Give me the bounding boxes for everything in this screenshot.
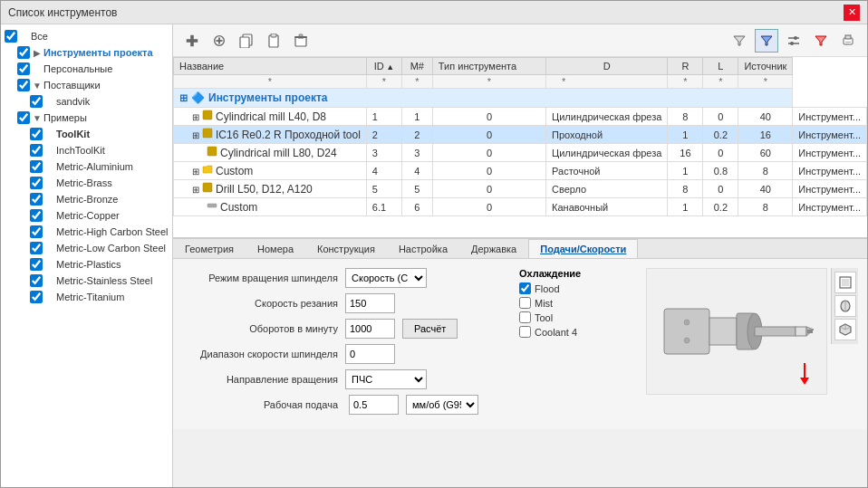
- tree-check-0[interactable]: [5, 30, 17, 43]
- filter-active-button[interactable]: [809, 29, 833, 53]
- tree-expand-3[interactable]: ▼: [32, 80, 43, 91]
- tree-check-5[interactable]: [17, 111, 30, 124]
- filter-type[interactable]: [437, 76, 542, 87]
- table-row[interactable]: Cylindrical mill L80, D24330Цилиндрическ…: [174, 144, 867, 162]
- print-button[interactable]: [836, 29, 860, 53]
- tree-item-0[interactable]: ▶Все: [1, 28, 172, 44]
- tree-item-8[interactable]: ▶Metric-Aluminium: [1, 158, 172, 175]
- tree-check-14[interactable]: [30, 258, 43, 271]
- delete-button[interactable]: [289, 29, 313, 53]
- tree-item-14[interactable]: ▶Metric-Plastics: [1, 256, 172, 273]
- close-button[interactable]: ✕: [844, 5, 860, 21]
- svg-rect-30: [755, 327, 796, 336]
- tree-check-13[interactable]: [30, 242, 43, 254]
- rotation-dir-select[interactable]: ПЧС: [345, 369, 427, 389]
- col-id[interactable]: ID: [366, 58, 401, 75]
- col-type[interactable]: Тип инструмента: [432, 58, 545, 75]
- col-source[interactable]: Источник: [738, 58, 793, 75]
- copy-button[interactable]: [235, 29, 258, 53]
- tab-4[interactable]: Державка: [459, 239, 528, 258]
- tab-0[interactable]: Геометрия: [173, 239, 246, 258]
- view-front-button[interactable]: [834, 272, 856, 293]
- tree-item-6[interactable]: ▶ToolKit: [1, 126, 172, 142]
- view-side-button[interactable]: [834, 295, 856, 317]
- tree-expand-5[interactable]: ▼: [32, 112, 43, 123]
- table-row[interactable]: ⊞Custom440Расточной10.88Инструмент...: [174, 162, 867, 180]
- settings-button[interactable]: [782, 29, 805, 53]
- tree-item-5[interactable]: ▼Примеры: [1, 110, 172, 126]
- table-row[interactable]: ⊞Cylindrical mill L40, D8110Цилиндрическ…: [174, 108, 867, 126]
- tree-check-9[interactable]: [30, 177, 43, 189]
- col-l[interactable]: L: [703, 58, 738, 75]
- col-m[interactable]: M#: [401, 58, 432, 75]
- table-row[interactable]: ⊞IC16 Re0.2 R Проходной tool220Проходной…: [174, 126, 867, 144]
- tree-item-13[interactable]: ▶Metric-Low Carbon Steel: [1, 240, 172, 256]
- tree-item-10[interactable]: ▶Metric-Bronze: [1, 191, 172, 207]
- col-d[interactable]: D: [546, 58, 668, 75]
- rpm-input[interactable]: [345, 319, 395, 339]
- tree-item-2[interactable]: ▶Персональные: [1, 61, 172, 77]
- spindle-range-input[interactable]: [345, 344, 395, 364]
- filter-button1[interactable]: [728, 29, 751, 53]
- tab-1[interactable]: Номера: [246, 239, 305, 258]
- tab-3[interactable]: Настройка: [387, 239, 459, 258]
- tree-check-12[interactable]: [30, 225, 43, 238]
- tree-item-16[interactable]: ▶Metric-Titanium: [1, 289, 172, 305]
- filter-m[interactable]: [406, 76, 429, 87]
- toolbar: [173, 24, 867, 57]
- tree-item-11[interactable]: ▶Metric-Copper: [1, 207, 172, 224]
- tree-item-9[interactable]: ▶Metric-Brass: [1, 175, 172, 191]
- tree-item-4[interactable]: ▶sandvik: [1, 93, 172, 110]
- filter-source[interactable]: [742, 76, 788, 87]
- feed-input[interactable]: [349, 395, 399, 415]
- tree-item-1[interactable]: ▶Инструменты проекта: [1, 44, 172, 61]
- table-row[interactable]: ⊞Drill L50, D12, A120550Сверло8040Инстру…: [174, 180, 867, 198]
- cooling-check-2[interactable]: [519, 311, 531, 323]
- calc-button[interactable]: Расчёт: [402, 319, 458, 339]
- tree-check-6[interactable]: [30, 128, 43, 140]
- tree-check-2[interactable]: [17, 62, 30, 75]
- tree-item-3[interactable]: ▼Поставщики: [1, 77, 172, 93]
- row-expand[interactable]: ⊞: [192, 167, 199, 177]
- filter-name[interactable]: [178, 76, 362, 87]
- group-header-row: ⊞🔷Инструменты проекта: [174, 89, 867, 108]
- filter-d[interactable]: [550, 76, 577, 87]
- tree-check-15[interactable]: [30, 274, 43, 287]
- filter-l[interactable]: [707, 76, 734, 87]
- filter-button2[interactable]: [755, 29, 778, 53]
- paste-button[interactable]: [262, 29, 285, 53]
- cutting-speed-input[interactable]: [345, 293, 395, 313]
- tree-check-7[interactable]: [30, 144, 43, 157]
- tree-check-3[interactable]: [17, 79, 30, 91]
- spindle-mode-select[interactable]: Скорость (С: [345, 268, 427, 288]
- tool-table-container: Название ID M# Тип инструмента D R L Ист…: [173, 57, 867, 238]
- add-tool2-button[interactable]: [207, 29, 231, 53]
- feed-unit-select[interactable]: мм/об (G95: [406, 395, 478, 415]
- tree-item-15[interactable]: ▶Metric-Stainless Steel: [1, 273, 172, 289]
- group-expand[interactable]: ⊞: [179, 92, 188, 103]
- tree-check-4[interactable]: [30, 95, 43, 108]
- tree-expand-1[interactable]: ▶: [32, 47, 43, 58]
- filter-id[interactable]: [371, 76, 398, 87]
- cooling-check-0[interactable]: [519, 282, 531, 294]
- tree-item-12[interactable]: ▶Metric-High Carbon Steel: [1, 224, 172, 240]
- tab-2[interactable]: Конструкция: [305, 239, 387, 258]
- row-expand[interactable]: ⊞: [192, 112, 199, 122]
- tree-check-11[interactable]: [30, 209, 43, 222]
- view-3d-button[interactable]: [834, 319, 856, 340]
- table-row[interactable]: Custom6.160Канавочный10.28Инструмент...: [174, 198, 867, 216]
- cooling-check-1[interactable]: [519, 297, 531, 309]
- add-tool-button[interactable]: [180, 29, 204, 53]
- col-name[interactable]: Название: [174, 58, 367, 75]
- row-expand[interactable]: ⊞: [192, 130, 199, 140]
- tree-check-16[interactable]: [30, 291, 43, 303]
- filter-r[interactable]: [671, 76, 699, 87]
- col-r[interactable]: R: [668, 58, 703, 75]
- tree-item-7[interactable]: ▶InchToolKit: [1, 142, 172, 158]
- tree-check-1[interactable]: [17, 46, 30, 59]
- row-expand[interactable]: ⊞: [192, 185, 199, 195]
- tree-check-10[interactable]: [30, 193, 43, 206]
- tab-5[interactable]: Подачи/Скорости: [528, 239, 638, 258]
- tree-check-8[interactable]: [30, 160, 43, 173]
- cooling-check-3[interactable]: [519, 326, 531, 338]
